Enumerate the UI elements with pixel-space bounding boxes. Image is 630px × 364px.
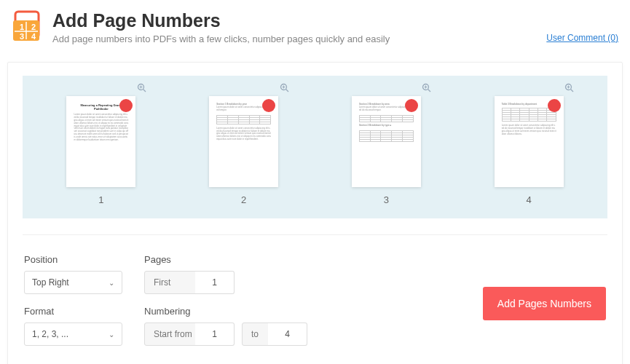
page-preview: Section 1 Breakdown by year Lorem ipsum … [209, 96, 278, 187]
page-thumb-2[interactable]: Section 1 Breakdown by year Lorem ipsum … [180, 86, 308, 205]
page-preview: Table 3 Breakdown by department Lorem ip… [495, 96, 564, 187]
svg-line-11 [143, 90, 146, 92]
page-thumb-1[interactable]: Measuring a Repeating Grand Pathfinder L… [37, 86, 165, 205]
chevron-down-icon: ⌄ [109, 331, 114, 339]
user-comment-link[interactable]: User Comment (0) [546, 33, 618, 43]
page-title: Add Page Numbers [52, 10, 546, 31]
format-label: Format [24, 306, 122, 317]
page-thumb-label: 3 [384, 194, 389, 205]
position-marker-icon [119, 99, 133, 112]
numbering-from-input[interactable] [195, 323, 235, 346]
svg-line-15 [286, 90, 288, 92]
numbering-startfrom-prefix: Start from [144, 323, 202, 346]
svg-text:1: 1 [20, 23, 24, 31]
app-header: 1 2 3 4 Add Page Numbers Add page number… [0, 0, 630, 50]
position-select[interactable]: Top Right ⌄ [24, 271, 122, 294]
format-select[interactable]: 1, 2, 3, ... ⌄ [24, 323, 122, 346]
page-numbers-logo-icon: 1 2 3 4 [12, 10, 44, 42]
zoom-icon[interactable] [280, 83, 289, 95]
numbering-label: Numbering [144, 306, 307, 317]
svg-line-19 [428, 90, 431, 92]
position-label: Position [24, 254, 122, 265]
position-marker-icon [548, 99, 561, 112]
divider [23, 234, 607, 235]
controls-row: Position Top Right ⌄ Format 1, 2, 3, ...… [23, 254, 607, 346]
format-value: 1, 2, 3, ... [32, 329, 68, 339]
add-page-numbers-button[interactable]: Add Pages Numbers [483, 287, 606, 320]
page-thumb-label: 4 [527, 194, 532, 205]
pages-first-input[interactable] [195, 271, 235, 294]
zoom-icon[interactable] [137, 83, 146, 95]
chevron-down-icon: ⌄ [109, 279, 114, 287]
page-preview: Section 2 Breakdown by area Lorem ipsum … [352, 96, 421, 187]
page-thumb-label: 1 [98, 194, 103, 205]
page-preview: Measuring a Repeating Grand Pathfinder L… [66, 96, 135, 187]
position-marker-icon [262, 99, 275, 112]
position-marker-icon [405, 99, 418, 112]
svg-line-23 [571, 90, 574, 92]
pages-label: Pages [144, 254, 307, 265]
svg-text:4: 4 [31, 32, 36, 41]
page-subtitle: Add page numbers into PDFs with a few cl… [52, 33, 546, 44]
svg-text:2: 2 [31, 23, 36, 31]
pages-prefix: First [144, 271, 202, 294]
page-thumb-4[interactable]: Table 3 Breakdown by department Lorem ip… [465, 86, 593, 205]
svg-text:3: 3 [20, 32, 24, 41]
main-panel: Measuring a Repeating Grand Pathfinder L… [7, 62, 623, 364]
page-thumb-label: 2 [241, 194, 246, 205]
position-value: Top Right [32, 277, 69, 288]
numbering-to-input[interactable] [268, 323, 307, 346]
page-thumb-3[interactable]: Section 2 Breakdown by area Lorem ipsum … [323, 86, 451, 205]
page-thumbnail-strip: Measuring a Repeating Grand Pathfinder L… [23, 76, 607, 218]
zoom-icon[interactable] [422, 83, 431, 95]
zoom-icon[interactable] [564, 83, 574, 95]
